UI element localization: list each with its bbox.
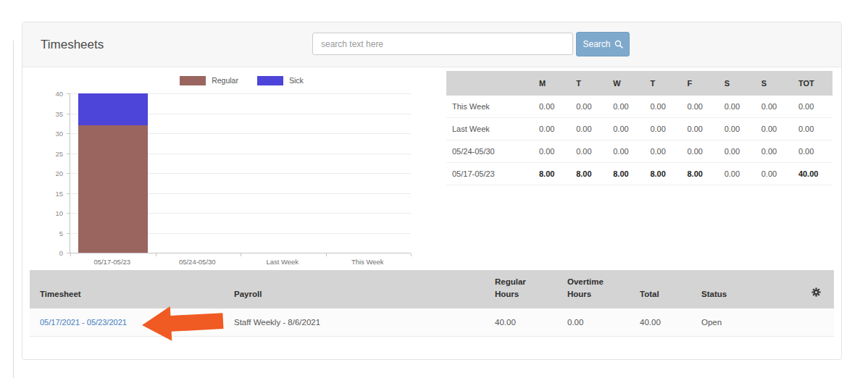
week-cell: 0.00 <box>536 118 573 140</box>
x-tick-label: Last Week <box>240 258 325 266</box>
y-tick-label: 30 <box>55 130 63 138</box>
x-tick-mark <box>411 253 412 256</box>
x-tick-mark <box>241 253 241 256</box>
legend-label: Regular <box>212 76 238 85</box>
week-cell: 8.00 <box>685 163 722 185</box>
week-cell: 0.00 <box>796 118 832 140</box>
week-cell: 0.00 <box>685 96 722 118</box>
bar-segment-sick <box>78 93 148 125</box>
week-table-head-row: MTWTFSSTOT <box>446 71 832 96</box>
y-tick-label: 5 <box>59 229 63 237</box>
week-cell: 0.00 <box>759 140 796 163</box>
week-column-header: S <box>722 71 759 96</box>
timesheet-column-header: Payroll <box>224 270 485 308</box>
week-cell: 8.00 <box>536 163 573 185</box>
x-tick-mark <box>326 253 327 256</box>
y-tick-label: 15 <box>55 189 63 197</box>
week-column-header: M <box>536 71 573 96</box>
week-cell: 0.00 <box>685 118 722 140</box>
week-column-header: S <box>759 71 796 96</box>
payroll-cell: Staff Weekly - 8/6/2021 <box>224 308 485 337</box>
x-tick-label: 05/17-05/23 <box>70 258 155 266</box>
week-cell: 0.00 <box>647 96 684 118</box>
page-left-rule <box>13 41 14 378</box>
week-cell: 8.00 <box>573 163 610 185</box>
legend-label: Sick <box>289 76 304 85</box>
bar-segment-regular <box>78 125 148 253</box>
gear-icon <box>811 287 821 297</box>
week-cell: 8.00 <box>647 163 684 185</box>
page-title: Timesheets <box>41 38 104 52</box>
week-row-label: This Week <box>446 96 536 118</box>
row-actions-cell <box>777 308 834 337</box>
y-tick-label: 10 <box>55 209 63 217</box>
table-settings-header[interactable] <box>777 270 834 308</box>
week-cell: 0.00 <box>536 140 573 163</box>
overtime-hours-cell: 0.00 <box>557 308 630 337</box>
week-cell: 0.00 <box>647 140 684 163</box>
week-cell: 0.00 <box>722 96 759 118</box>
x-tick-mark <box>156 253 157 256</box>
timesheet-column-header: Status <box>691 270 777 308</box>
magnifier-icon <box>614 40 623 49</box>
week-table-row: This Week0.000.000.000.000.000.000.000.0… <box>446 96 832 118</box>
week-cell: 0.00 <box>759 96 796 118</box>
timesheet-table-head-row: TimesheetPayrollRegular HoursOvertime Ho… <box>30 270 834 308</box>
search-input[interactable] <box>312 33 573 55</box>
legend-item-sick: Sick <box>257 76 304 85</box>
left-arrow-shape <box>141 303 224 343</box>
y-tick-label: 40 <box>55 90 63 98</box>
bar-slot <box>156 93 241 253</box>
x-tick-label: 05/24-05/30 <box>155 258 241 266</box>
status-cell: Open <box>691 308 777 337</box>
week-cell: 0.00 <box>610 140 647 163</box>
y-tick-label: 20 <box>55 169 63 177</box>
legend-swatch <box>180 76 206 85</box>
chart-y-axis: 0510152025303540 <box>48 93 70 253</box>
week-cell: 0.00 <box>722 163 759 185</box>
timesheet-link[interactable]: 05/17/2021 - 05/23/2021 <box>40 318 127 327</box>
timesheet-column-header: Overtime Hours <box>557 270 630 308</box>
chart-plot <box>70 93 411 253</box>
week-row-label: 05/24-05/30 <box>446 140 536 163</box>
x-tick-mark <box>70 253 71 256</box>
week-column-header: T <box>647 71 684 96</box>
chart-legend: RegularSick <box>70 73 414 88</box>
week-cell: 8.00 <box>610 163 647 185</box>
week-cell: 0.00 <box>573 118 610 140</box>
search-button-label: Search <box>583 39 610 49</box>
week-summary-table: MTWTFSSTOT This Week0.000.000.000.000.00… <box>446 71 832 185</box>
y-tick-label: 0 <box>59 249 63 257</box>
bar-slot <box>70 93 156 253</box>
legend-item-regular: Regular <box>180 76 238 85</box>
week-table-row: 05/24-05/300.000.000.000.000.000.000.000… <box>446 140 832 163</box>
chart-x-labels: 05/17-05/2305/24-05/30Last WeekThis Week <box>70 253 410 266</box>
week-table-body: This Week0.000.000.000.000.000.000.000.0… <box>446 96 832 185</box>
week-cell: 0.00 <box>647 118 684 140</box>
y-tick-label: 35 <box>55 109 63 117</box>
week-cell: 0.00 <box>536 96 573 118</box>
week-cell: 0.00 <box>685 140 722 163</box>
timesheet-column-header: Regular Hours <box>485 270 557 308</box>
y-tick-label: 25 <box>55 149 63 157</box>
panel-header: Timesheets Search <box>22 22 841 67</box>
regular-hours-cell: 40.00 <box>485 308 557 337</box>
week-column-header: TOT <box>796 71 832 96</box>
timesheets-panel: Timesheets Search RegularSick 0510152025… <box>22 22 842 360</box>
week-column-header: T <box>573 71 610 96</box>
week-table-row: Last Week0.000.000.000.000.000.000.000.0… <box>446 118 832 140</box>
week-cell: 0.00 <box>796 96 832 118</box>
search-button[interactable]: Search <box>576 32 630 56</box>
week-cell: 0.00 <box>722 140 759 163</box>
week-cell: 0.00 <box>610 96 647 118</box>
week-row-label: 05/17-05/23 <box>446 163 536 185</box>
week-cell: 40.00 <box>796 163 832 185</box>
week-cell: 0.00 <box>796 140 832 163</box>
week-row-label: Last Week <box>446 118 536 140</box>
timesheet-column-header: Total <box>630 270 691 308</box>
week-cell: 0.00 <box>759 118 796 140</box>
bar-stack <box>78 93 148 253</box>
week-column-header: W <box>610 71 647 96</box>
week-column-header <box>446 71 536 96</box>
week-cell: 0.00 <box>759 163 796 185</box>
